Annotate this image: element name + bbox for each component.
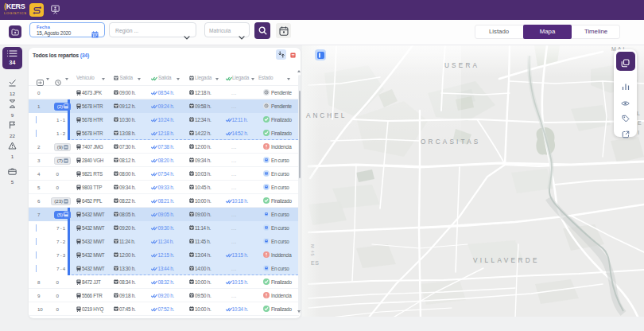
svg-text:ANCHEL: ANCHEL <box>306 112 347 119</box>
svg-text:USERA: USERA <box>444 62 479 69</box>
svg-text:I: I <box>638 130 639 135</box>
svg-text:L: L <box>637 111 640 116</box>
svg-text:ES: ES <box>311 260 319 266</box>
svg-text:ORCASITAS: ORCASITAS <box>421 138 481 146</box>
svg-text:E: E <box>638 120 642 126</box>
svg-text:VILLAVERDE: VILLAVERDE <box>473 257 540 264</box>
svg-text:M 45: M 45 <box>310 244 315 256</box>
